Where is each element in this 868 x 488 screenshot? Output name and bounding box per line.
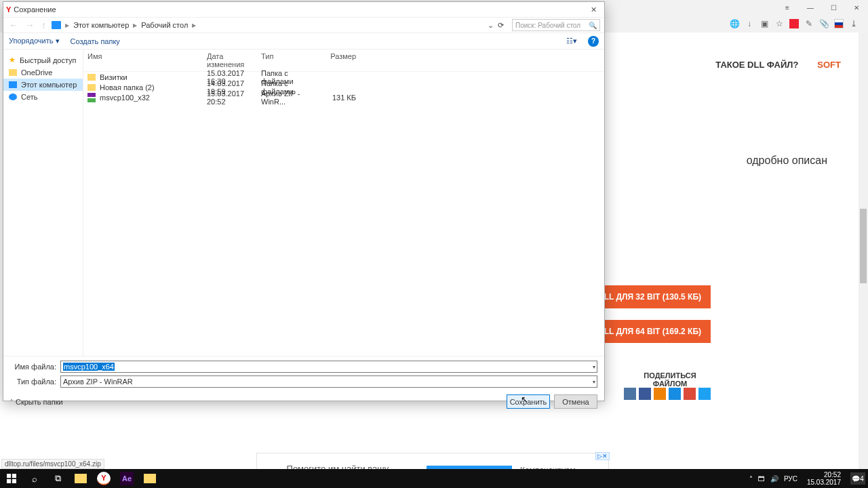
taskbar-app-yandex[interactable]: Y [92,469,115,488]
taskbar: ⌕ ⧉ Y Ae ˄ 🗔 🔊 РУС 20:52 15.03.2017 💬4 [0,469,868,488]
googleplus-icon[interactable] [684,388,696,400]
download-arrow-icon[interactable]: ↓ [745,19,754,28]
cancel-button[interactable]: Отмена [554,394,597,409]
odnoklassniki-icon[interactable] [654,388,666,400]
chevron-right-icon[interactable]: ▶ [133,22,137,28]
nav-up-button[interactable]: ↑ [40,20,47,30]
sidebar-item-label: Этот компьютер [21,81,77,89]
vk-icon[interactable] [624,388,636,400]
tray-volume-icon[interactable]: 🔊 [770,475,778,483]
nav-forward-button[interactable]: → [24,20,36,30]
column-name[interactable]: Имя [87,52,207,68]
globe-icon[interactable]: 🌐 [730,19,739,28]
folder-icon [9,69,17,76]
share-title: ПОДЕЛИТЬСЯ ФАЙЛОМ [629,371,711,388]
column-type[interactable]: Тип [261,52,315,68]
folder-icon [75,474,87,483]
chevron-down-icon[interactable]: ▾ [593,379,595,385]
clip-icon[interactable]: 📎 [819,19,829,28]
page-scrollbar[interactable] [859,33,868,469]
filetype-select[interactable]: Архив ZIP - WinRAR ▾ [60,375,597,388]
rus-flag-icon[interactable] [834,19,844,28]
yandex-y-icon: Y [6,5,11,14]
dialog-titlebar[interactable]: Y Сохранение ✕ [3,2,604,17]
nav-back-button[interactable]: ← [7,20,20,30]
taskbar-clock[interactable]: 20:52 15.03.2017 [803,471,845,486]
file-name: msvcp100_x32 [100,94,207,102]
tray-battery-icon[interactable]: 🗔 [758,475,765,483]
svg-rect-0 [7,474,11,478]
filetype-label: Тип файла: [10,378,56,386]
task-view-button[interactable]: ⧉ [46,469,69,488]
hide-folders-label: Скрыть папки [16,398,63,406]
chevron-down-icon[interactable]: ▾ [593,364,595,370]
organize-button[interactable]: Упорядочить ▾ [9,37,60,45]
start-button[interactable] [0,469,23,488]
sidebar-item-label: Быстрый доступ [20,56,77,64]
search-icon: 🔍 [589,22,597,29]
sidebar-onedrive[interactable]: OneDrive [3,66,83,79]
notif-count: 4 [860,475,864,483]
taskbar-app-folder[interactable] [138,469,161,488]
share-icons [624,388,711,400]
search-placeholder: Поиск: Рабочий стол [515,22,580,29]
taskbar-app-aftereffects[interactable]: Ae [115,469,138,488]
view-options-icon[interactable]: ☷▾ [566,36,577,47]
nav-soft[interactable]: SOFT [817,60,841,70]
dialog-close-button[interactable]: ✕ [585,3,601,16]
twitter-icon[interactable] [698,388,711,400]
site-nav: ТАКОЕ DLL ФАЙЛ? SOFT [715,60,841,70]
adchoices-icon[interactable]: ▷✕ [595,452,610,460]
column-date[interactable]: Дата изменения [207,52,261,68]
file-row[interactable]: Визитки15.03.2017 16:30Папка с файлами [83,72,604,82]
save-button[interactable]: Сохранить [507,394,550,409]
red-square-icon[interactable] [789,19,799,28]
search-input[interactable]: Поиск: Рабочий стол 🔍 [512,19,600,31]
file-size: 131 КБ [315,94,356,102]
column-size[interactable]: Размер [315,52,356,68]
hide-folders-toggle[interactable]: ˄ Скрыть папки [10,398,63,406]
chevron-right-icon[interactable]: ▶ [192,22,196,28]
star-icon: ★ [9,56,16,64]
nav-what-is-dll[interactable]: ТАКОЕ DLL ФАЙЛ? [715,60,798,70]
browser-toolbar: 🌐 ↓ ▣ ☆ ✎ 📎 ⤓ [730,19,859,28]
sidebar-network[interactable]: Сеть [3,91,83,103]
aftereffects-icon: Ae [120,472,134,485]
file-row[interactable]: Новая папка (2)14.03.2017 19:59Папка с ф… [83,82,604,92]
folder-icon [87,84,96,91]
file-name: Новая папка (2) [100,83,207,92]
action-center-icon[interactable]: 💬4 [850,472,865,485]
network-icon [9,94,17,100]
tray-chevron-up-icon[interactable]: ˄ [749,475,753,483]
file-name: Визитки [100,73,207,81]
new-folder-button[interactable]: Создать папку [71,37,120,45]
browser-maximize-button[interactable]: ☐ [822,0,845,15]
browser-minimize-button[interactable]: — [799,0,822,15]
chevron-right-icon[interactable]: ▶ [65,22,69,28]
tray-language[interactable]: РУС [784,475,797,483]
sidebar-quick-access[interactable]: ★ Быстрый доступ [3,54,83,66]
search-button[interactable]: ⌕ [23,469,46,488]
facebook-icon[interactable] [639,388,651,400]
clock-date: 15.03.2017 [807,479,841,486]
breadcrumb-folder[interactable]: Рабочий стол [141,21,188,29]
chevron-down-icon[interactable]: ⌄ [488,21,494,30]
help-icon[interactable]: ? [588,36,599,47]
sidebar-this-pc[interactable]: Этот компьютер [3,79,83,91]
svg-rect-2 [7,479,11,483]
breadcrumb-root[interactable]: Этот компьютер [73,21,129,29]
download-icon[interactable]: ⤓ [849,19,859,28]
dialog-nav-bar: ← → ↑ ▶ Этот компьютер ▶ Рабочий стол ▶ … [3,17,604,33]
browser-menu-button[interactable]: ≡ [776,0,799,15]
box-icon[interactable]: ▣ [760,19,769,28]
svg-rect-3 [12,479,16,483]
filename-input[interactable]: msvcp100_x64 ▾ [60,361,597,373]
mailru-icon[interactable] [669,388,681,400]
bookmark-star-icon[interactable]: ☆ [774,19,784,28]
taskbar-app-explorer[interactable] [69,469,92,488]
refresh-icon[interactable]: ⟳ [498,21,504,30]
save-file-dialog: Y Сохранение ✕ ← → ↑ ▶ Этот компьютер ▶ … [3,1,605,401]
pen-icon[interactable]: ✎ [804,19,814,28]
file-row[interactable]: msvcp100_x3215.03.2017 20:52Архив ZIP - … [83,92,604,102]
browser-close-button[interactable]: ✕ [845,0,868,15]
